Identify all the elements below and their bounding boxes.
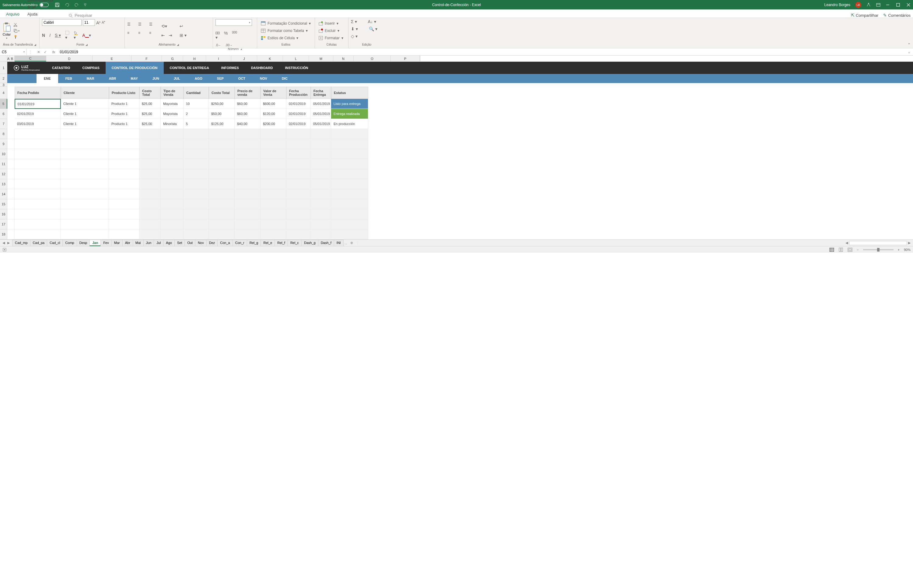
empty-cell[interactable] <box>235 159 261 169</box>
expand-formula-icon[interactable]: ⌄ <box>905 50 913 54</box>
empty-cell[interactable] <box>15 149 61 159</box>
empty-cell[interactable] <box>235 179 261 189</box>
merge-button[interactable]: ⊞ ▾ <box>180 33 186 38</box>
col-header-C[interactable]: C <box>15 56 46 61</box>
empty-cell[interactable] <box>61 139 109 149</box>
table-cell[interactable]: En producción <box>331 119 368 129</box>
table-cell[interactable]: 2 <box>183 109 209 119</box>
autosum-button[interactable]: Σ ▾ <box>351 19 357 24</box>
empty-cell[interactable] <box>161 229 183 239</box>
empty-cell[interactable] <box>235 149 261 159</box>
empty-cell[interactable] <box>15 189 61 199</box>
empty-cell[interactable] <box>331 179 368 189</box>
month-tab-dic[interactable]: DIC <box>275 74 295 83</box>
sheet-nav-prev-icon[interactable]: ◀ <box>2 241 5 245</box>
increase-indent-icon[interactable]: ⇥ <box>168 33 172 38</box>
empty-cell[interactable] <box>15 199 61 209</box>
empty-cell[interactable] <box>261 189 287 199</box>
fill-color-button[interactable]: ▾ <box>74 31 78 40</box>
empty-cell[interactable] <box>15 179 61 189</box>
empty-cell[interactable] <box>15 139 61 149</box>
empty-cell[interactable] <box>161 189 183 199</box>
empty-cell[interactable] <box>209 209 235 219</box>
sheet-tab-dash_g[interactable]: Dash_g <box>301 240 318 246</box>
empty-cell[interactable] <box>287 199 311 209</box>
new-sheet-icon[interactable]: ⊕ <box>348 241 355 245</box>
sheet-tab-mai[interactable]: Mai <box>133 240 144 246</box>
table-cell[interactable]: $200,00 <box>261 119 287 129</box>
row-header-3[interactable]: 3 <box>0 83 7 87</box>
empty-cell[interactable] <box>261 149 287 159</box>
table-cell[interactable]: Minorista <box>161 119 183 129</box>
table-cell[interactable]: Listo para entrega <box>331 99 368 109</box>
empty-cell[interactable] <box>209 179 235 189</box>
table-cell[interactable]: $120,00 <box>261 109 287 119</box>
table-cell[interactable]: 02/01/2019 <box>15 109 61 119</box>
nav-item-compras[interactable]: COMPRAS <box>76 62 105 74</box>
empty-cell[interactable] <box>331 129 368 139</box>
clipboard-dialog-launcher[interactable]: ◢ <box>34 43 36 46</box>
empty-cell[interactable] <box>209 199 235 209</box>
empty-cell[interactable] <box>109 169 139 179</box>
empty-cell[interactable] <box>61 169 109 179</box>
empty-cell[interactable] <box>183 219 209 229</box>
empty-cell[interactable] <box>311 209 331 219</box>
empty-cell[interactable] <box>161 129 183 139</box>
empty-cell[interactable] <box>287 209 311 219</box>
table-cell[interactable]: 02/01/2019 <box>287 99 311 109</box>
empty-cell[interactable] <box>209 219 235 229</box>
empty-cell[interactable] <box>261 209 287 219</box>
table-cell[interactable]: $25,00 <box>139 99 161 109</box>
borders-button[interactable]: ▾ <box>65 31 70 40</box>
empty-cell[interactable] <box>109 129 139 139</box>
number-format-select[interactable]: ▾ <box>215 19 252 26</box>
col-header-A[interactable]: A <box>7 56 10 61</box>
empty-cell[interactable] <box>331 209 368 219</box>
table-cell[interactable]: 5 <box>183 119 209 129</box>
empty-cell[interactable] <box>183 129 209 139</box>
empty-cell[interactable] <box>61 149 109 159</box>
increase-font-icon[interactable]: A▴ <box>96 20 100 25</box>
col-header-L[interactable]: L <box>283 56 309 61</box>
sheet-tab-rel_f[interactable]: Rel_f <box>275 240 288 246</box>
empty-cell[interactable] <box>183 169 209 179</box>
sheet-nav-next-icon[interactable]: ▶ <box>7 241 10 245</box>
autosave-toggle[interactable] <box>40 3 49 7</box>
minimize-icon[interactable] <box>885 3 890 7</box>
empty-cell[interactable] <box>109 229 139 239</box>
table-cell[interactable]: 01/01/2019 <box>15 99 61 109</box>
increase-decimal-icon[interactable]: .0← <box>215 44 221 47</box>
maximize-icon[interactable] <box>896 3 900 7</box>
empty-cell[interactable] <box>209 169 235 179</box>
sheet-tab-dez[interactable]: Dez <box>206 240 218 246</box>
decrease-indent-icon[interactable]: ⇤ <box>161 33 165 38</box>
empty-cell[interactable] <box>261 199 287 209</box>
empty-cell[interactable] <box>287 229 311 239</box>
sheet-tab-desp[interactable]: Desp <box>77 240 90 246</box>
table-cell[interactable]: 02/01/2019 <box>287 109 311 119</box>
row-header-2[interactable]: 2 <box>0 74 7 83</box>
empty-cell[interactable] <box>161 179 183 189</box>
nav-item-informes[interactable]: INFORMES <box>215 62 245 74</box>
nav-item-instrucción[interactable]: INSTRUCCIÓN <box>279 62 314 74</box>
cut-button[interactable] <box>13 23 19 27</box>
find-button[interactable]: 🔍 ▾ <box>369 26 377 31</box>
empty-cell[interactable] <box>287 219 311 229</box>
table-cell[interactable]: Producto 1 <box>109 119 139 129</box>
sheet-tab-rel_c[interactable]: Rel_c <box>288 240 301 246</box>
table-cell[interactable]: Cliente 1 <box>61 109 109 119</box>
table-cell[interactable]: 05/01/2019 <box>311 119 331 129</box>
table-cell[interactable]: Entrega realizada <box>331 109 368 119</box>
empty-cell[interactable] <box>235 189 261 199</box>
empty-cell[interactable] <box>235 209 261 219</box>
row-header-10[interactable]: 10 <box>0 149 7 159</box>
table-cell[interactable]: 03/01/2019 <box>15 119 61 129</box>
nav-item-catastro[interactable]: CATASTRO <box>46 62 76 74</box>
sheet-tab-nov[interactable]: Nov <box>195 240 207 246</box>
empty-cell[interactable] <box>61 189 109 199</box>
table-cell[interactable]: $50,00 <box>209 109 235 119</box>
empty-cell[interactable] <box>109 209 139 219</box>
collapse-ribbon-icon[interactable]: ⌃ <box>905 41 913 48</box>
empty-cell[interactable] <box>15 129 61 139</box>
table-cell[interactable]: $60,00 <box>235 109 261 119</box>
